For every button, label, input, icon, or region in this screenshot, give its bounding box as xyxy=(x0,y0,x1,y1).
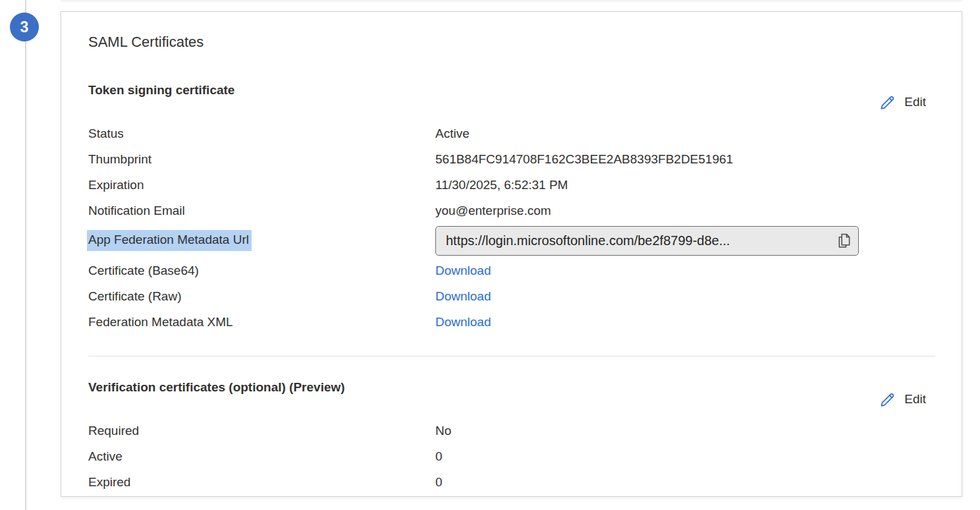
copy-url-button[interactable] xyxy=(831,232,852,249)
token-signing-heading: Token signing certificate xyxy=(88,82,234,98)
step-3-badge: 3 xyxy=(10,13,39,42)
expiration-value: 11/30/2025, 6:52:31 PM xyxy=(435,178,935,192)
required-label: Required xyxy=(88,424,435,438)
selected-text-highlight: App Federation Metadata Url xyxy=(87,230,252,251)
edit-token-signing-button[interactable]: Edit xyxy=(878,93,926,111)
status-label: Status xyxy=(88,127,435,141)
status-value: Active xyxy=(435,127,935,141)
expiration-label: Expiration xyxy=(88,178,435,192)
saml-certificates-card: SAML Certificates Token signing certific… xyxy=(61,11,962,497)
edit-button-label: Edit xyxy=(904,95,926,109)
pencil-icon xyxy=(878,390,896,408)
verification-section-header: Verification certificates (optional) (Pr… xyxy=(88,380,935,408)
verification-certificates-section: Verification certificates (optional) (Pr… xyxy=(88,380,935,495)
active-count-value: 0 xyxy=(435,449,935,464)
step-number: 3 xyxy=(20,18,29,36)
token-signing-fields: Status Active Thumbprint 561B84FC914708F… xyxy=(88,121,935,335)
copy-icon xyxy=(836,232,852,249)
previous-card-bottom-edge xyxy=(61,1,962,1)
app-federation-metadata-url-value: https://login.microsoftonline.com/be2f87… xyxy=(446,233,730,248)
section-divider xyxy=(88,356,935,356)
download-certificate-base64-link[interactable]: Download xyxy=(435,264,491,277)
required-value: No xyxy=(435,424,935,438)
thumbprint-label: Thumbprint xyxy=(88,152,435,167)
field-row-thumbprint: Thumbprint 561B84FC914708F162C3BEE2AB839… xyxy=(88,146,935,172)
certificate-base64-label: Certificate (Base64) xyxy=(88,264,435,278)
card-title: SAML Certificates xyxy=(88,34,935,51)
thumbprint-value: 561B84FC914708F162C3BEE2AB8393FB2DE51961 xyxy=(435,152,935,167)
download-certificate-raw-link[interactable]: Download xyxy=(435,289,491,303)
expired-count-label: Expired xyxy=(88,475,435,490)
field-row-active-count: Active 0 xyxy=(88,443,935,469)
field-row-certificate-base64: Certificate (Base64) Download xyxy=(88,258,935,283)
field-row-expired-count: Expired 0 xyxy=(88,469,935,495)
field-row-required: Required No xyxy=(88,418,935,443)
field-row-notification-email: Notification Email you@enterprise.com xyxy=(88,198,935,223)
edit-button-label: Edit xyxy=(904,392,926,407)
field-row-certificate-raw: Certificate (Raw) Download xyxy=(88,283,935,309)
notification-email-label: Notification Email xyxy=(88,204,435,218)
notification-email-value: you@enterprise.com xyxy=(435,204,935,218)
federation-metadata-xml-label: Federation Metadata XML xyxy=(88,315,435,329)
pencil-icon xyxy=(878,93,896,111)
app-federation-metadata-url-field[interactable]: https://login.microsoftonline.com/be2f87… xyxy=(435,226,859,256)
verification-certificates-heading: Verification certificates (optional) (Pr… xyxy=(88,380,345,395)
verification-fields: Required No Active 0 Expired 0 xyxy=(88,418,935,495)
download-federation-metadata-xml-link[interactable]: Download xyxy=(435,315,491,329)
field-row-expiration: Expiration 11/30/2025, 6:52:31 PM xyxy=(88,172,935,198)
active-count-label: Active xyxy=(88,449,435,464)
step-rail-line xyxy=(25,0,26,510)
edit-verification-certificates-button[interactable]: Edit xyxy=(878,390,926,408)
field-row-app-federation-metadata-url: App Federation Metadata Url https://logi… xyxy=(88,223,935,258)
expired-count-value: 0 xyxy=(435,475,935,490)
token-signing-section-header: Token signing certificate Edit xyxy=(88,82,935,111)
field-row-status: Status Active xyxy=(88,121,935,146)
field-row-federation-metadata-xml: Federation Metadata XML Download xyxy=(88,309,935,335)
certificate-raw-label: Certificate (Raw) xyxy=(88,289,435,304)
app-federation-metadata-url-label: App Federation Metadata Url xyxy=(88,230,435,251)
